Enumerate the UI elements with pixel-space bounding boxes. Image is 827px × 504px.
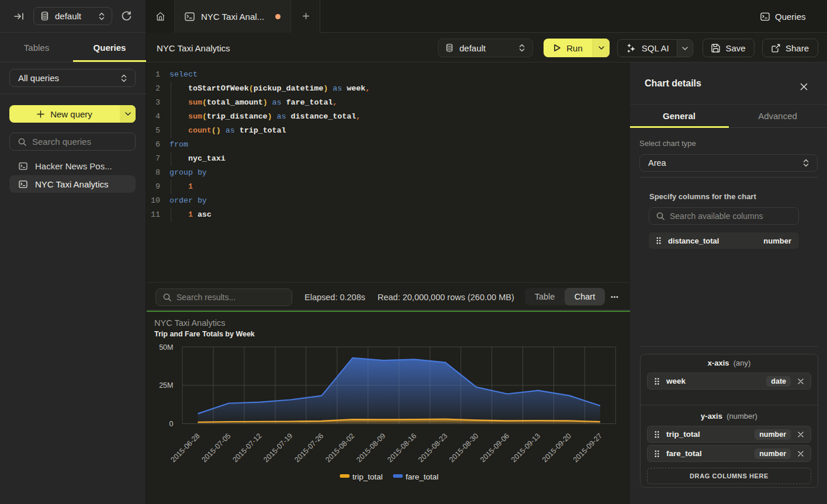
svg-text:2015-07-12: 2015-07-12 bbox=[231, 432, 263, 464]
svg-text:2015-09-20: 2015-09-20 bbox=[541, 432, 573, 464]
svg-text:2015-09-13: 2015-09-13 bbox=[510, 432, 542, 464]
svg-text:50M: 50M bbox=[159, 343, 173, 352]
svg-text:trip_total: trip_total bbox=[352, 472, 383, 481]
svg-text:2015-08-02: 2015-08-02 bbox=[324, 432, 356, 464]
svg-text:2015-06-28: 2015-06-28 bbox=[169, 432, 202, 464]
svg-text:2015-08-09: 2015-08-09 bbox=[355, 432, 387, 464]
svg-text:2015-09-06: 2015-09-06 bbox=[479, 432, 511, 464]
svg-text:2015-08-16: 2015-08-16 bbox=[386, 432, 418, 464]
svg-text:2015-07-19: 2015-07-19 bbox=[262, 432, 294, 464]
svg-text:2015-08-23: 2015-08-23 bbox=[417, 432, 449, 464]
svg-text:2015-07-26: 2015-07-26 bbox=[293, 432, 325, 464]
svg-text:fare_total: fare_total bbox=[406, 472, 438, 481]
svg-text:2015-08-30: 2015-08-30 bbox=[448, 432, 480, 464]
svg-text:2015-07-05: 2015-07-05 bbox=[200, 432, 232, 464]
svg-text:0: 0 bbox=[169, 420, 174, 428]
svg-text:25M: 25M bbox=[159, 381, 173, 390]
svg-text:2015-09-27: 2015-09-27 bbox=[572, 432, 604, 464]
